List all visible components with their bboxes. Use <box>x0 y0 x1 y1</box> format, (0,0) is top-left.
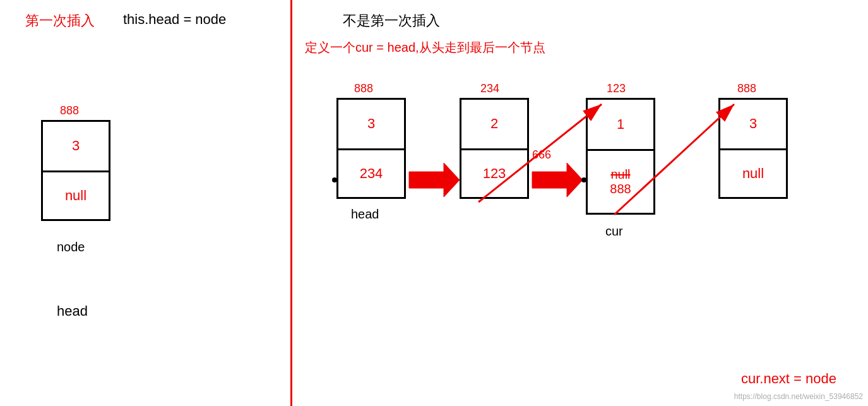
title-code: this.head = node <box>123 11 226 28</box>
n1-next: 234 <box>338 150 404 197</box>
n1-val: 3 <box>338 100 404 148</box>
left-panel: 第一次插入 this.head = node 888 3 null node h… <box>0 0 290 406</box>
n1-label: head <box>351 207 379 222</box>
n3-val: 1 <box>588 100 653 149</box>
svg-marker-1 <box>409 163 460 197</box>
block-arrow-2 <box>532 163 583 197</box>
n3-num: 123 <box>607 82 626 95</box>
n4-box: 3 null <box>718 98 788 199</box>
n2-n3-label: 666 <box>532 148 551 162</box>
cur-next-label: cur.next = node <box>741 371 836 387</box>
left-label-node: node <box>57 240 85 254</box>
n4-num: 888 <box>737 82 756 95</box>
n3-box: 1 null 888 <box>586 98 655 215</box>
n3-next: null 888 <box>588 151 653 213</box>
n1-box: 3 234 <box>336 98 406 199</box>
right-subtitle: 定义一个cur = head,从头走到最后一个节点 <box>305 39 545 56</box>
right-panel: 不是第一次插入 定义一个cur = head,从头走到最后一个节点 888 3 … <box>292 0 868 406</box>
right-title: 不是第一次插入 <box>343 11 440 30</box>
left-node-next: null <box>43 172 109 219</box>
n4-val: 3 <box>720 100 786 148</box>
arrows-svg <box>292 0 868 406</box>
title-first: 第一次插入 <box>25 11 95 30</box>
left-node-num: 888 <box>60 104 79 117</box>
n3-next-strike: null <box>610 167 630 182</box>
left-node-box: 3 null <box>41 120 110 221</box>
n2-val: 2 <box>461 100 527 148</box>
left-label-head: head <box>57 303 88 319</box>
n1-num: 888 <box>354 82 373 95</box>
n4-next: null <box>720 150 786 197</box>
block-arrow-1 <box>409 163 460 197</box>
n2-box: 2 123 <box>460 98 529 199</box>
watermark: https://blog.csdn.net/weixin_53946852 <box>734 392 863 401</box>
n2-next: 123 <box>461 150 527 197</box>
n3-next-new: 888 <box>610 182 631 196</box>
svg-marker-2 <box>532 163 583 197</box>
n3-label: cur <box>605 224 623 239</box>
left-node-value: 3 <box>43 122 109 170</box>
n2-num: 234 <box>480 82 499 95</box>
